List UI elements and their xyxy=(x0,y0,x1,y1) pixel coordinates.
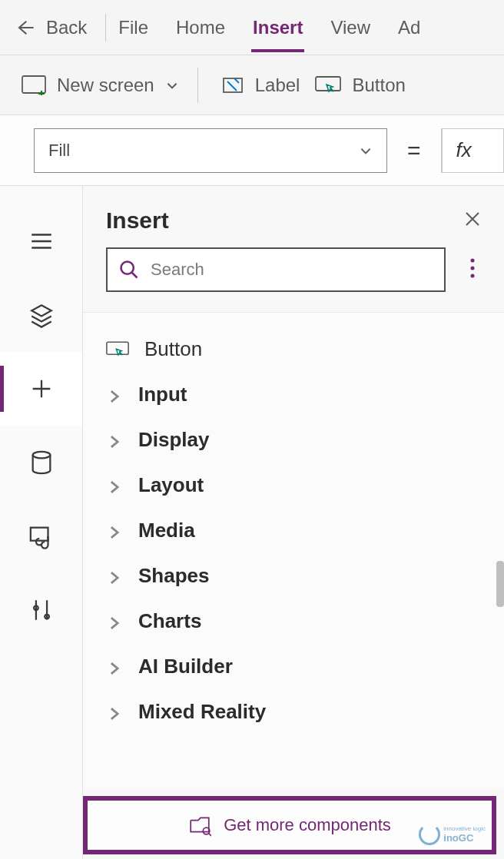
rail-hamburger[interactable] xyxy=(0,204,82,278)
tree-group-media[interactable]: Media xyxy=(83,508,504,553)
tab-view[interactable]: View xyxy=(329,3,372,52)
rail-data[interactable] xyxy=(0,426,82,499)
menu-tabs: File Home Insert View Ad xyxy=(117,3,422,52)
chevron-right-icon xyxy=(106,613,123,630)
tree-group-label: Mixed Reality xyxy=(138,700,266,724)
tree-group-input[interactable]: Input xyxy=(83,372,504,417)
chevron-right-icon xyxy=(106,477,123,494)
chevron-down-icon xyxy=(359,144,373,158)
close-panel-button[interactable] xyxy=(464,208,481,233)
property-value: Fill xyxy=(48,141,70,161)
insert-panel: Insert Button Input xyxy=(83,186,504,859)
tree-group-label: Charts xyxy=(138,609,201,633)
arrow-left-icon xyxy=(14,17,35,38)
chevron-right-icon xyxy=(106,568,123,585)
rail-insert[interactable] xyxy=(0,352,82,426)
label-text: Label xyxy=(255,75,300,96)
tab-more[interactable]: Ad xyxy=(396,3,422,52)
top-nav: Back File Home Insert View Ad xyxy=(0,0,504,55)
scrollbar-thumb[interactable] xyxy=(496,561,504,607)
svg-point-8 xyxy=(471,274,475,278)
rail-tools[interactable] xyxy=(0,573,82,647)
chevron-right-icon xyxy=(106,704,123,721)
search-box[interactable] xyxy=(106,247,446,292)
tab-insert[interactable]: Insert xyxy=(251,3,304,52)
tree-group-ai-builder[interactable]: AI Builder xyxy=(83,644,504,689)
layers-icon xyxy=(28,302,55,328)
chevron-right-icon xyxy=(106,386,123,403)
chevron-right-icon xyxy=(106,522,123,539)
svg-rect-1 xyxy=(224,78,242,92)
label-icon xyxy=(221,74,244,97)
formula-input[interactable]: fx xyxy=(441,128,504,173)
panel-more-menu[interactable] xyxy=(464,252,481,287)
back-button[interactable]: Back xyxy=(9,17,94,38)
watermark-brand: inoGC xyxy=(443,832,486,844)
tree-group-label: Media xyxy=(138,519,195,542)
workspace: Insert Button Input xyxy=(0,186,504,859)
tree-group-display[interactable]: Display xyxy=(83,417,504,463)
button-icon xyxy=(106,338,129,361)
svg-rect-0 xyxy=(22,76,45,93)
tools-icon xyxy=(28,597,55,623)
database-icon xyxy=(28,449,55,476)
back-label: Back xyxy=(46,17,87,38)
tree-group-shapes[interactable]: Shapes xyxy=(83,553,504,599)
rail-tree-view[interactable] xyxy=(0,278,82,352)
tree-group-layout[interactable]: Layout xyxy=(83,463,504,508)
tree-item-button[interactable]: Button xyxy=(83,327,504,372)
fx-label: fx xyxy=(456,138,472,162)
footer-label: Get more components xyxy=(224,815,391,835)
tree-group-label: AI Builder xyxy=(138,655,233,678)
new-screen-button[interactable]: New screen xyxy=(22,75,179,96)
tree-item-label: Button xyxy=(144,337,202,361)
tree-group-label: Shapes xyxy=(138,564,210,588)
media-icon xyxy=(28,523,55,549)
components-icon xyxy=(188,814,211,837)
chevron-right-icon xyxy=(106,658,123,675)
tree-group-label: Layout xyxy=(138,473,204,497)
svg-point-5 xyxy=(121,262,134,274)
watermark: innovative logic inoGC xyxy=(419,824,486,845)
equals-sign: = xyxy=(407,138,421,164)
tree-group-label: Input xyxy=(138,383,187,406)
tab-file[interactable]: File xyxy=(117,3,150,52)
formula-bar: Fill = fx xyxy=(0,115,504,186)
button-control-button[interactable]: Button xyxy=(315,75,405,96)
close-icon xyxy=(464,211,481,227)
search-input[interactable] xyxy=(151,260,433,280)
panel-title: Insert xyxy=(106,207,169,234)
label-button[interactable]: Label xyxy=(221,74,300,97)
svg-point-7 xyxy=(471,267,475,270)
panel-header: Insert xyxy=(83,186,504,247)
separator xyxy=(197,68,198,103)
more-vertical-icon xyxy=(470,258,475,278)
new-screen-label: New screen xyxy=(57,75,154,96)
search-row xyxy=(83,247,504,312)
svg-point-6 xyxy=(471,259,475,263)
insert-tree: Button Input Display Layout Media Shapes xyxy=(83,312,504,788)
chevron-down-icon xyxy=(165,78,179,92)
button-text: Button xyxy=(352,75,405,96)
property-selector[interactable]: Fill xyxy=(34,128,387,173)
tree-group-mixed-reality[interactable]: Mixed Reality xyxy=(83,689,504,735)
search-icon xyxy=(118,259,140,280)
separator xyxy=(105,14,106,41)
hamburger-icon xyxy=(28,228,55,254)
plus-icon xyxy=(28,376,55,402)
tree-group-charts[interactable]: Charts xyxy=(83,599,504,644)
get-more-components-button[interactable]: Get more components innovative logic ino… xyxy=(83,796,496,854)
chevron-right-icon xyxy=(106,432,123,449)
svg-point-3 xyxy=(32,452,50,459)
ribbon-toolbar: New screen Label Button xyxy=(0,55,504,115)
left-rail xyxy=(0,186,83,859)
rail-media[interactable] xyxy=(0,499,82,573)
button-icon xyxy=(315,75,341,96)
watermark-icon xyxy=(419,824,440,845)
tab-home[interactable]: Home xyxy=(174,3,227,52)
new-screen-icon xyxy=(22,75,46,95)
tree-group-label: Display xyxy=(138,428,210,452)
watermark-small: innovative logic xyxy=(443,825,486,832)
